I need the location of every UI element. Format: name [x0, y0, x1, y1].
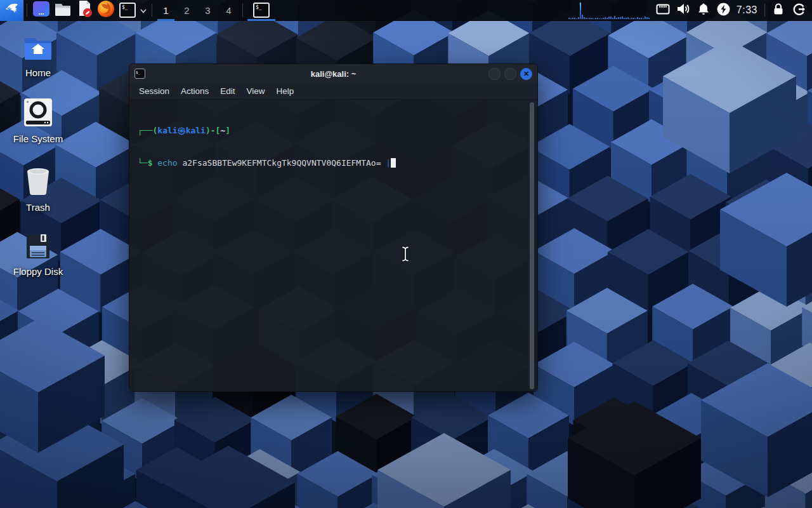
- desktop-icon-label: Home: [25, 67, 51, 78]
- desktop-icon-label: File System: [13, 133, 63, 144]
- panel-separator: [242, 4, 243, 17]
- window-title: kali@kali: ~: [129, 69, 537, 79]
- power-icon: [717, 3, 730, 18]
- menu-view[interactable]: View: [241, 83, 271, 99]
- power-manager-tray-button[interactable]: [716, 0, 732, 21]
- top-panel: $_ 1 2 3 4 $_: [0, 0, 812, 21]
- workspace-1[interactable]: 1: [155, 0, 176, 21]
- kali-at-symbol: ㉿: [178, 126, 186, 135]
- menu-help[interactable]: Help: [271, 83, 300, 99]
- desktop-icon-home[interactable]: Home: [8, 36, 69, 78]
- terminal-icon: $_: [119, 3, 136, 18]
- launcher-file-manager[interactable]: [52, 0, 74, 21]
- menubar: Session Actions Edit View Help: [129, 83, 537, 100]
- workspace-label: 3: [205, 5, 210, 16]
- titlebar[interactable]: $_ kali@kali: ~ ✕: [129, 64, 537, 83]
- task-active-underline: [247, 19, 275, 21]
- close-icon: ✕: [523, 70, 529, 77]
- close-button[interactable]: ✕: [520, 68, 532, 80]
- window-terminal-icon: $_: [134, 69, 145, 79]
- menu-actions[interactable]: Actions: [175, 83, 214, 99]
- launcher-terminal[interactable]: $_: [117, 0, 138, 21]
- menu-edit[interactable]: Edit: [214, 83, 240, 99]
- panel-separator: [152, 4, 152, 17]
- workspace-2[interactable]: 2: [176, 0, 197, 21]
- scrollbar-thumb[interactable]: [530, 102, 534, 389]
- text-editor-icon: [75, 0, 93, 20]
- terminal-cursor: [391, 158, 396, 168]
- desktop-icon-label: Trash: [26, 202, 50, 213]
- volume-icon: [676, 3, 690, 18]
- trash-icon: [24, 166, 52, 198]
- home-folder-icon: [23, 36, 53, 64]
- workspace-label: 1: [163, 5, 168, 16]
- taskbar-terminal-window-button[interactable]: $_: [246, 0, 277, 21]
- prompt-line-2: └─$echoa2FsaSBBTEw9KEFMTCkgTk9QQVNTV0Q6I…: [138, 157, 525, 168]
- panel-separator: [27, 4, 27, 17]
- workspace-label: 2: [184, 5, 189, 16]
- floppy-disk-icon: [25, 233, 51, 262]
- desktop-app-icon: [32, 1, 50, 20]
- terminal-icon: $_: [253, 3, 270, 18]
- workspace-3[interactable]: 3: [197, 0, 218, 21]
- desktop: $_ 1 2 3 4 $_: [0, 0, 812, 508]
- panel-separator: [764, 4, 765, 17]
- desktop-icon-floppy-disk[interactable]: Floppy Disk: [8, 233, 69, 277]
- monitor-graph[interactable]: [567, 1, 653, 20]
- logout-button[interactable]: [790, 0, 807, 21]
- file-manager-icon: [54, 1, 72, 19]
- kali-menu-button[interactable]: [0, 0, 23, 21]
- lock-icon: [773, 3, 784, 18]
- firefox-icon: [97, 0, 115, 20]
- launcher-dropdown-button[interactable]: [138, 0, 148, 21]
- notifications-tray-button[interactable]: [695, 0, 712, 21]
- terminal-window: $_ kali@kali: ~ ✕ Session Actions Edit V…: [129, 64, 538, 392]
- network-icon: [656, 4, 670, 17]
- clock[interactable]: 7:33: [737, 4, 757, 16]
- network-tray-button[interactable]: [655, 0, 671, 21]
- workspace-4[interactable]: 4: [218, 0, 239, 21]
- chevron-down-icon: [140, 4, 147, 16]
- kali-dragon-icon: [4, 1, 20, 20]
- launcher-desktop-app[interactable]: [30, 0, 52, 21]
- desktop-icon-file-system[interactable]: File System: [8, 98, 69, 144]
- maximize-button[interactable]: [504, 68, 516, 80]
- terminal-output[interactable]: ┌──(kali㉿kali)-[~] └─$echoa2FsaSBBTEw9KE…: [129, 100, 537, 391]
- launcher-firefox[interactable]: [95, 0, 117, 21]
- desktop-icon-trash[interactable]: Trash: [8, 166, 69, 213]
- menu-session[interactable]: Session: [133, 83, 175, 99]
- workspace-active-underline: [157, 19, 174, 21]
- workspace-label: 4: [226, 5, 231, 16]
- logout-icon: [792, 3, 806, 18]
- notifications-bell-icon: [698, 3, 709, 18]
- prompt-line-1: ┌──(kali㉿kali)-[~]: [138, 125, 525, 136]
- volume-tray-button[interactable]: [675, 0, 691, 21]
- launcher-text-editor[interactable]: [74, 0, 95, 21]
- desktop-icon-label: Floppy Disk: [13, 266, 63, 277]
- lock-screen-button[interactable]: [770, 0, 787, 21]
- hard-drive-icon: [23, 98, 53, 130]
- minimize-button[interactable]: [488, 68, 501, 80]
